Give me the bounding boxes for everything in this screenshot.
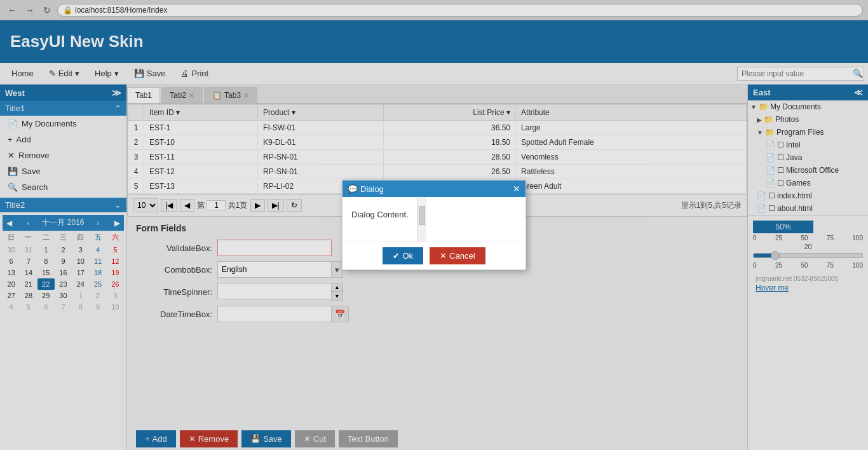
dialog-cancel-btn[interactable]: ✕ Cancel	[430, 247, 485, 264]
dialog-ok-btn[interactable]: ✔ Ok	[383, 247, 423, 264]
ok-check-icon: ✔	[393, 251, 400, 261]
dialog-title: Dialog	[360, 184, 384, 194]
dialog-close-btn[interactable]: ✕	[513, 184, 520, 194]
dialog-content: Dialog Content.	[351, 210, 409, 229]
dialog-box: 💬 Dialog ✕ Dialog Content. ✔ Ok ✕ Cancel	[342, 180, 526, 270]
dialog-footer: ✔ Ok ✕ Cancel	[342, 242, 526, 269]
dialog-body-wrapper: Dialog Content.	[342, 197, 526, 242]
dialog-scrollbar[interactable]	[417, 197, 426, 242]
dialog-body: Dialog Content.	[342, 197, 417, 242]
dialog-icon: 💬	[348, 184, 358, 194]
dialog-title-bar: 💬 Dialog ✕	[342, 181, 526, 197]
dialog-scrollbar-thumb[interactable]	[419, 206, 425, 225]
cancel-x-icon: ✕	[440, 251, 447, 261]
dialog-overlay: 💬 Dialog ✕ Dialog Content. ✔ Ok ✕ Cancel	[0, 0, 868, 450]
